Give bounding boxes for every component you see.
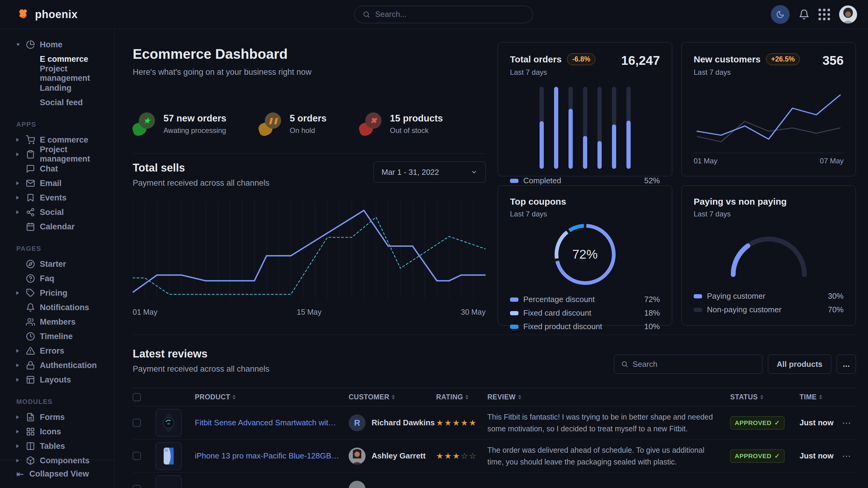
status-badge: APPROVED✓ [730,449,784,463]
sidebar-item-notifications[interactable]: Notifications [0,300,114,315]
legend-swatch [510,311,519,315]
sidebar-item-errors[interactable]: Errors [0,344,114,358]
customer-initial-avatar: R [349,415,366,431]
stat-new-orders: ★ 57 new orders Awating processing [133,112,226,135]
user-avatar[interactable] [839,5,857,24]
layout-icon [26,375,35,384]
row-menu-button[interactable]: ⋯ [837,451,856,461]
sidebar-item-project-management-dashboard[interactable]: Project management [0,66,114,81]
more-options-button[interactable]: ... [837,355,856,374]
chevron-right-icon [16,349,19,353]
card-title: Total orders [510,54,562,65]
sidebar-item-tables[interactable]: Tables [0,439,114,453]
shopping-cart-icon [26,135,35,144]
trend-badge: +26.5% [766,53,800,65]
collapsed-view-toggle[interactable]: ⇤ Collapsed View [0,460,114,488]
chevron-right-icon [16,138,19,142]
total-orders-card: Total orders -6.8% Last 7 days 16,247 Co… [498,42,672,176]
sidebar-item-email[interactable]: Email [0,176,114,191]
sidebar-item-starter[interactable]: Starter [0,257,114,271]
sidebar-item-social[interactable]: Social [0,205,114,220]
rating-stars: ★★★☆☆ [436,451,487,461]
sidebar-item-chat[interactable]: Chat [0,162,114,176]
sidebar-item-timeline[interactable]: Timeline [0,329,114,344]
product-link[interactable]: iPhone 13 pro max-Pacific Blue-128GB sto… [195,451,349,461]
global-search[interactable] [354,6,533,23]
sidebar-item-icons[interactable]: Icons [0,424,114,439]
time-cell: Just now [800,451,837,461]
chat-icon [26,164,35,173]
sidebar-item-members[interactable]: Members [0,315,114,329]
sort-icon [819,395,822,399]
column-header-customer[interactable]: CUSTOMER [349,393,436,401]
search-icon [363,10,370,19]
column-header-time[interactable]: TIME [800,393,837,401]
reviews-title: Latest reviews [133,348,269,360]
product-link[interactable]: Fitbit Sense Advanced Smartwatch with To… [195,418,349,427]
bell-icon [26,303,35,312]
chevron-right-icon [16,444,19,448]
column-header-review[interactable]: REVIEW [487,393,730,401]
sidebar-item-project-management[interactable]: Project management [0,147,114,162]
notifications-button[interactable] [799,9,809,20]
table-row [133,473,856,488]
column-header-rating[interactable]: RATING [436,393,487,401]
apps-menu-button[interactable] [818,9,830,20]
sidebar-item-landing[interactable]: Landing [0,81,114,95]
users-icon [26,317,35,326]
sidebar-section-apps: APPS [16,121,114,128]
table-row: iPhone 13 pro max-Pacific Blue-128GB sto… [133,440,856,473]
sidebar-item-faq[interactable]: Faq [0,271,114,286]
phoenix-flame-icon [17,8,30,21]
top-navbar: phoenix [0,0,868,29]
latest-reviews-section: Latest reviews Payment received across a… [133,334,856,488]
sidebar-item-authentication[interactable]: Authentication [0,358,114,372]
column-header-status[interactable]: STATUS [730,393,800,401]
sidebar-item-events[interactable]: Events [0,191,114,205]
legend-swatch [510,179,519,183]
x-axis-label: 30 May [461,308,486,317]
pie-chart-icon [26,40,35,49]
stat-orders-on-hold: ❚❚ 5 orders On hold [259,112,326,135]
clipboard-icon [26,150,35,159]
sort-icon [760,395,763,399]
card-title: New customers [694,54,761,65]
legend-item: Fixed product discount 10% [510,322,660,331]
reviews-search-input[interactable] [632,360,755,369]
new-customers-line-chart: 01 May 07 May [694,76,843,165]
chevron-right-icon [16,182,19,185]
sidebar-item-home[interactable]: Home [0,37,114,52]
grid-apps-icon [818,9,830,20]
status-badge: APPROVED✓ [730,416,784,429]
review-text: The order was delivered ahead of schedul… [487,444,730,468]
sidebar-item-forms[interactable]: Forms [0,410,114,424]
paying-vs-nonpaying-card: Paying vs non paying Last 7 days Paying … [681,185,856,326]
sidebar-item-pricing[interactable]: Pricing [0,286,114,300]
card-title: Paying vs non paying [694,197,843,207]
date-range-select[interactable]: Mar 1 - 31, 2022 [373,162,486,183]
reviews-search[interactable] [614,355,763,374]
all-products-button[interactable]: All products [768,355,831,374]
search-input[interactable] [375,10,525,19]
chevron-right-icon [16,210,19,214]
sidebar-item-layouts[interactable]: Layouts [0,372,114,387]
lock-icon [26,361,35,370]
page-subtitle: Here's what's going on at your business … [133,67,486,77]
row-checkbox[interactable] [133,452,141,460]
brand-logo[interactable]: phoenix [17,8,116,21]
chevron-right-icon [16,196,19,199]
grid-icon [26,427,35,436]
table-row: Fitbit Sense Advanced Smartwatch with To… [133,406,856,440]
sidebar-item-calendar[interactable]: Calendar [0,220,114,234]
row-menu-button[interactable]: ⋯ [837,418,856,428]
row-checkbox[interactable] [133,419,141,427]
top-coupons-card: Top coupons Last 7 days 72% Percentage d… [498,185,672,326]
sidebar-section-modules: MODULES [16,398,114,406]
main-content: Ecommerce Dashboard Here's what's going … [115,29,868,488]
column-header-product[interactable]: PRODUCT [195,393,349,401]
sidebar-item-social-feed[interactable]: Social feed [0,95,114,110]
theme-toggle-button[interactable] [771,5,789,24]
select-all-checkbox[interactable] [133,393,141,401]
row-checkbox[interactable] [133,485,141,488]
page-title: Ecommerce Dashboard [133,46,486,62]
